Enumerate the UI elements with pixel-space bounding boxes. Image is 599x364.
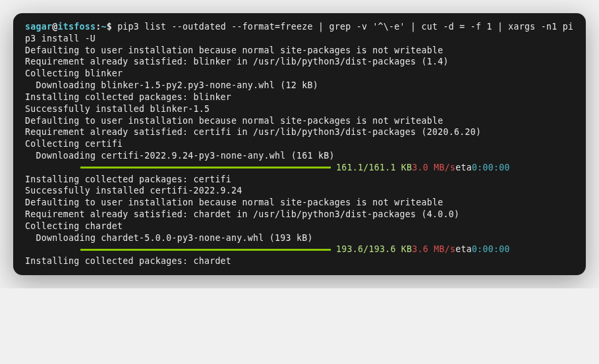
progress-bar <box>80 167 331 169</box>
output-line: Collecting chardet <box>25 221 574 232</box>
progress-row-certifi: 161.1/161.1 KB 3.0 MB/s eta 0:00:00 <box>25 162 574 174</box>
output-line: Collecting blinker <box>25 68 574 80</box>
progress-row-chardet: 193.6/193.6 KB 3.6 MB/s eta 0:00:00 <box>25 244 574 255</box>
output-line: Installing collected packages: chardet <box>25 255 574 267</box>
progress-speed: 3.6 MB/s <box>412 244 455 255</box>
output-line: Downloading blinker-1.5-py2.py3-none-any… <box>25 80 574 91</box>
output-line: Defaulting to user installation because … <box>25 197 574 209</box>
output-line: Requirement already satisfied: blinker i… <box>25 56 574 68</box>
progress-speed: 3.0 MB/s <box>412 162 455 174</box>
progress-eta-value: 0:00:00 <box>472 162 510 174</box>
prompt-line: sagar@itsfoss:~$ pip3 list --outdated --… <box>25 21 574 45</box>
output-line: Successfully installed certifi-2022.9.24 <box>25 185 574 197</box>
output-line: Successfully installed blinker-1.5 <box>25 103 574 115</box>
output-line: Defaulting to user installation because … <box>25 45 574 57</box>
progress-size: 161.1/161.1 KB <box>336 162 412 174</box>
progress-eta-label: eta <box>455 244 472 255</box>
progress-size: 193.6/193.6 KB <box>336 244 412 255</box>
prompt-path: ~ <box>101 22 106 32</box>
output-line: Downloading chardet-5.0.0-py3-none-any.w… <box>25 232 574 244</box>
prompt-host: itsfoss <box>57 22 96 32</box>
output-line: Requirement already satisfied: certifi i… <box>25 126 574 138</box>
output-line: Installing collected packages: blinker <box>25 91 574 103</box>
output-line: Defaulting to user installation because … <box>25 115 574 127</box>
progress-eta-label: eta <box>455 162 472 174</box>
progress-bar <box>80 249 331 251</box>
progress-eta-value: 0:00:00 <box>472 244 510 255</box>
prompt-dollar: $ <box>107 22 117 32</box>
output-line: Downloading certifi-2022.9.24-py3-none-a… <box>25 150 574 162</box>
output-line: Installing collected packages: certifi <box>25 174 574 186</box>
output-line: Collecting certifi <box>25 138 574 150</box>
prompt-user: sagar <box>25 22 52 32</box>
terminal-window[interactable]: sagar@itsfoss:~$ pip3 list --outdated --… <box>13 13 586 275</box>
output-line: Requirement already satisfied: chardet i… <box>25 209 574 221</box>
